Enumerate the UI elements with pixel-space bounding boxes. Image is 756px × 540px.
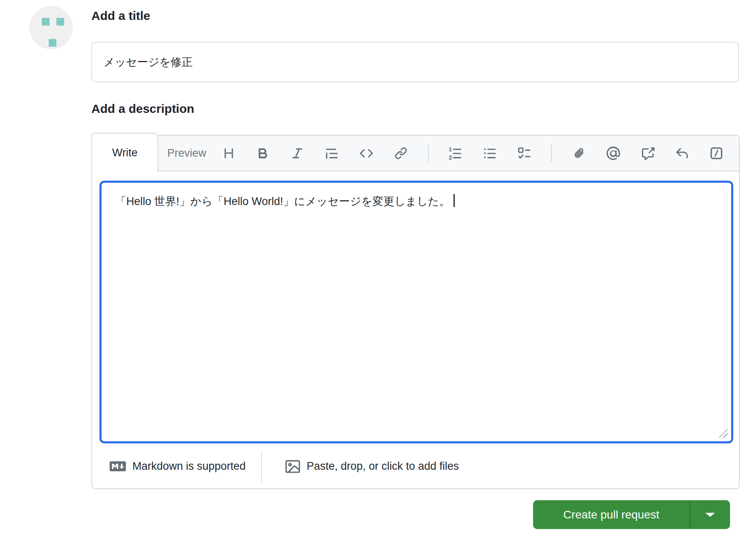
quote-icon: [325, 147, 339, 160]
create-pull-request-dropdown[interactable]: [689, 500, 730, 529]
image-icon: [285, 459, 300, 474]
dropdown-caret-icon: [705, 513, 715, 517]
pr-create-page: Add a title Add a description Write Prev…: [0, 0, 756, 540]
editor-tab-strip: Write Preview 12: [92, 136, 739, 171]
italic-button[interactable]: [290, 145, 305, 161]
footer-divider: [261, 451, 262, 482]
reply-button[interactable]: [674, 145, 690, 161]
link-button[interactable]: [393, 145, 409, 161]
code-button[interactable]: [359, 145, 374, 161]
user-avatar: [30, 6, 73, 49]
markdown-supported-label: Markdown is supported: [132, 460, 246, 473]
tasklist-button[interactable]: [516, 145, 532, 161]
create-pull-request-label: Create pull request: [563, 508, 659, 521]
tab-preview-label: Preview: [167, 147, 206, 159]
bold-button[interactable]: [255, 145, 271, 161]
markdown-toolbar: 12: [221, 145, 739, 162]
attach-files-button[interactable]: Paste, drop, or click to add files: [285, 459, 459, 474]
tab-preview[interactable]: Preview: [167, 147, 206, 160]
heading-icon: [222, 147, 235, 160]
text-cursor: [454, 194, 455, 207]
description-heading: Add a description: [91, 102, 194, 116]
markdown-supported-link[interactable]: Markdown is supported: [110, 460, 246, 473]
create-pull-request-button[interactable]: Create pull request: [533, 500, 689, 529]
svg-text:2: 2: [449, 154, 452, 160]
editor-footer: Markdown is supported Paste, drop, or cl…: [92, 444, 739, 488]
identicon-square: [49, 39, 56, 47]
link-icon: [394, 147, 408, 160]
toolbar-divider: [428, 145, 429, 162]
title-heading: Add a title: [91, 9, 150, 23]
cross-reference-button[interactable]: [640, 145, 655, 161]
identicon-square: [42, 18, 50, 26]
cross-reference-icon: [641, 147, 654, 160]
tasklist-icon: [518, 147, 531, 160]
resize-handle[interactable]: [719, 429, 728, 438]
reply-icon: [675, 147, 689, 160]
toolbar-divider: [551, 145, 552, 162]
description-textarea[interactable]: 「Hello 世界!」から「Hello World!」にメッセージを変更しました…: [99, 181, 733, 443]
pr-title-input[interactable]: [91, 42, 739, 82]
description-text: 「Hello 世界!」から「Hello World!」にメッセージを変更しました…: [115, 195, 450, 207]
list-unordered-button[interactable]: [482, 145, 497, 161]
markdown-icon: [110, 461, 126, 471]
quote-button[interactable]: [324, 145, 340, 161]
slash-command-button[interactable]: [709, 145, 724, 161]
list-ordered-button[interactable]: 12: [447, 145, 463, 161]
list-ordered-icon: 12: [449, 147, 462, 160]
italic-icon: [291, 147, 304, 160]
attach-files-label: Paste, drop, or click to add files: [307, 460, 459, 473]
mention-button[interactable]: [605, 145, 621, 161]
heading-button[interactable]: [221, 145, 236, 161]
markdown-editor: Write Preview 12 「Hello 世界!」から「Hello Wor…: [91, 135, 740, 489]
bold-icon: [256, 147, 270, 160]
paperclip-icon: [572, 147, 585, 160]
tab-write-label: Write: [112, 147, 138, 159]
identicon-square: [56, 18, 64, 26]
tab-write[interactable]: Write: [91, 133, 158, 172]
mention-icon: [607, 147, 620, 160]
code-icon: [360, 147, 373, 160]
paperclip-button[interactable]: [571, 145, 586, 161]
create-pull-request-split-button: Create pull request: [533, 500, 730, 529]
list-unordered-icon: [483, 147, 497, 160]
slash-command-icon: [710, 147, 723, 160]
svg-text:1: 1: [449, 147, 452, 153]
